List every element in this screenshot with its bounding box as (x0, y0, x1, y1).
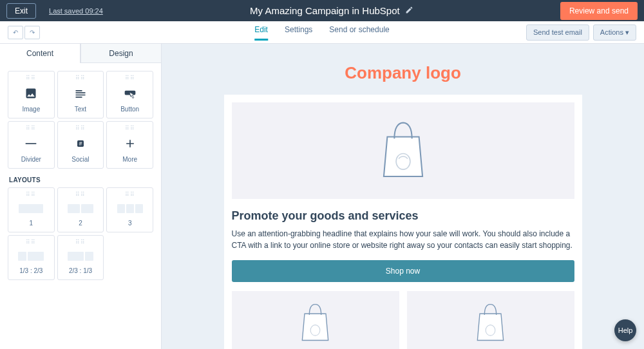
email-heading[interactable]: Promote your goods and services (232, 209, 574, 223)
layout-label: 1/3 : 2/3 (19, 267, 43, 274)
drag-handle-icon: ⠿⠿ (26, 75, 36, 81)
layout-block-3[interactable]: ⠿⠿3 (106, 187, 153, 232)
right-actions: Send test email Actions ▾ (526, 24, 636, 41)
edit-title-icon[interactable] (405, 6, 413, 16)
layout-label: 2/3 : 1/3 (69, 267, 92, 274)
drag-handle-icon: ⠿⠿ (75, 191, 86, 198)
tab-settings[interactable]: Settings (285, 25, 312, 39)
sidebar-tabs: Content Design (0, 44, 161, 63)
actions-dropdown[interactable]: Actions ▾ (593, 24, 636, 41)
sub-nav: ↶ ↷ Edit Settings Send or schedule Send … (0, 21, 644, 44)
undo-button[interactable]: ↶ (8, 26, 23, 39)
layout-label: 3 (128, 220, 132, 227)
sidebar-tab-content[interactable]: Content (0, 44, 80, 63)
shopping-bag-icon (298, 300, 333, 347)
editor-tabs: Edit Settings Send or schedule (254, 25, 389, 39)
drag-handle-icon: ⠿⠿ (75, 125, 86, 131)
redo-button[interactable]: ↷ (24, 26, 40, 39)
layout-preview (68, 245, 93, 267)
block-social[interactable]: ⠿⠿ # Social (57, 121, 104, 169)
shopping-bag-icon (473, 300, 508, 347)
drag-handle-icon: ⠿⠿ (125, 75, 135, 81)
layout-preview (18, 245, 44, 267)
sidebar-panel: ⠿⠿ Image ⠿⠿ Text ⠿⠿ Button ⠿⠿ Di (0, 63, 161, 288)
svg-text:#: # (79, 140, 82, 147)
title-container: My Amazing Campaign in HubSpot (103, 5, 560, 16)
layouts-grid: ⠿⠿1⠿⠿2⠿⠿3⠿⠿1/3 : 2/3⠿⠿2/3 : 1/3 (8, 187, 153, 280)
social-icon: # (73, 131, 88, 156)
drag-handle-icon: ⠿⠿ (125, 125, 135, 131)
email-paragraph[interactable]: Use an attention-grabbing headline that … (232, 228, 574, 251)
layout-block-1-3---2-3[interactable]: ⠿⠿1/3 : 2/3 (8, 235, 55, 280)
button-icon (123, 81, 137, 106)
layout-preview (68, 198, 93, 220)
hero-image-placeholder[interactable] (232, 102, 574, 199)
block-divider[interactable]: ⠿⠿ Divider (8, 121, 55, 169)
main-area: Content Design ⠿⠿ Image ⠿⠿ Text ⠿⠿ But (0, 44, 644, 349)
image-icon (24, 81, 38, 106)
company-logo-text[interactable]: Company logo (224, 63, 582, 83)
drag-handle-icon: ⠿⠿ (75, 239, 86, 245)
two-column-images (232, 291, 574, 349)
email-body: Promote your goods and services Use an a… (224, 95, 582, 349)
shopping-bag-icon (377, 118, 430, 184)
layout-block-2-3---1-3[interactable]: ⠿⠿2/3 : 1/3 (57, 235, 104, 280)
image-placeholder-left[interactable] (232, 291, 399, 349)
tab-edit[interactable]: Edit (254, 25, 268, 41)
block-image[interactable]: ⠿⠿ Image (8, 71, 55, 118)
last-saved-link[interactable]: Last saved 09:24 (49, 7, 103, 15)
campaign-title: My Amazing Campaign in HubSpot (250, 5, 400, 16)
svg-rect-1 (26, 143, 37, 144)
undo-redo-group: ↶ ↷ (8, 26, 40, 39)
sidebar-tab-design[interactable]: Design (80, 44, 161, 63)
block-button[interactable]: ⠿⠿ Button (106, 71, 153, 118)
send-test-button[interactable]: Send test email (526, 24, 589, 41)
layout-label: 1 (30, 220, 33, 227)
review-send-button[interactable]: Review and send (560, 2, 638, 20)
drag-handle-icon: ⠿⠿ (26, 125, 36, 131)
layout-preview (19, 198, 43, 220)
layout-block-2[interactable]: ⠿⠿2 (57, 187, 104, 232)
layout-block-1[interactable]: ⠿⠿1 (8, 187, 55, 232)
text-icon (73, 81, 88, 106)
plus-icon (123, 131, 137, 156)
image-placeholder-right[interactable] (407, 291, 574, 349)
block-label: Button (120, 106, 139, 113)
exit-button[interactable]: Exit (6, 3, 36, 19)
content-blocks: ⠿⠿ Image ⠿⠿ Text ⠿⠿ Button ⠿⠿ Di (8, 71, 153, 169)
drag-handle-icon: ⠿⠿ (26, 239, 36, 245)
tab-send-schedule[interactable]: Send or schedule (329, 25, 389, 39)
email-preview: Company logo Promote your goods and serv… (224, 63, 582, 349)
block-text[interactable]: ⠿⠿ Text (57, 71, 104, 118)
sidebar: Content Design ⠿⠿ Image ⠿⠿ Text ⠿⠿ But (0, 44, 162, 349)
block-label: Image (22, 106, 40, 113)
cta-button[interactable]: Shop now (232, 260, 574, 282)
block-label: Divider (21, 156, 41, 163)
layout-label: 2 (79, 220, 82, 227)
help-button[interactable]: Help (614, 319, 636, 341)
block-more[interactable]: ⠿⠿ More (106, 121, 153, 169)
app-header: Exit Last saved 09:24 My Amazing Campaig… (0, 0, 644, 21)
block-label: Text (75, 106, 86, 113)
block-label: Social (71, 156, 89, 163)
drag-handle-icon: ⠿⠿ (26, 191, 36, 198)
canvas[interactable]: Company logo Promote your goods and serv… (162, 44, 644, 349)
layout-preview (117, 198, 143, 220)
divider-icon (24, 131, 38, 156)
layouts-heading: LAYOUTS (9, 176, 153, 184)
drag-handle-icon: ⠿⠿ (125, 191, 135, 198)
drag-handle-icon: ⠿⠿ (75, 75, 86, 81)
block-label: More (122, 156, 137, 163)
